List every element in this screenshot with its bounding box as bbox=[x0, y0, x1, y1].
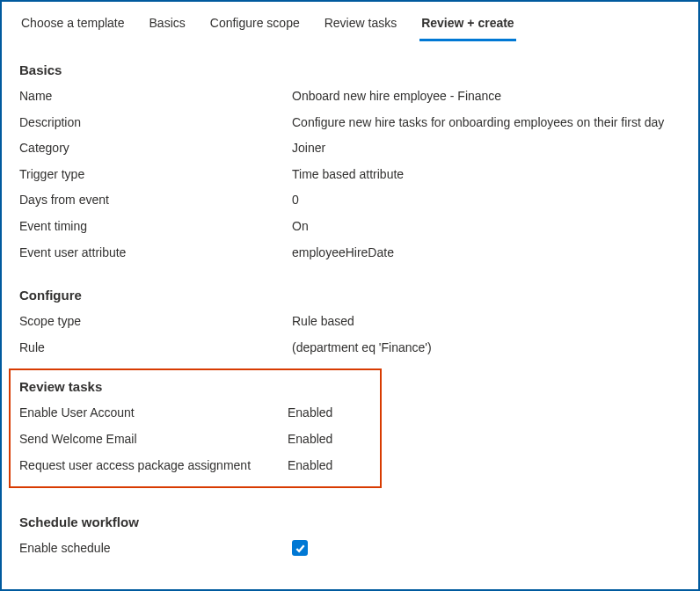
tab-choose-template[interactable]: Choose a template bbox=[19, 11, 127, 41]
value-enable-user-account: Enabled bbox=[288, 405, 332, 422]
tab-review-create[interactable]: Review + create bbox=[419, 11, 515, 41]
value-event-timing: On bbox=[292, 218, 309, 236]
row-send-welcome-email: Send Welcome Email Enabled bbox=[19, 431, 371, 449]
tab-basics[interactable]: Basics bbox=[148, 11, 187, 41]
label-rule: Rule bbox=[19, 339, 292, 357]
row-category: Category Joiner bbox=[19, 140, 681, 157]
value-trigger-type: Time based attribute bbox=[292, 166, 404, 184]
row-request-access-package: Request user access package assignment E… bbox=[19, 457, 371, 475]
checkbox-enable-schedule[interactable] bbox=[292, 540, 308, 556]
label-send-welcome-email: Send Welcome Email bbox=[19, 431, 288, 449]
value-category: Joiner bbox=[292, 140, 325, 157]
value-enable-schedule bbox=[292, 540, 308, 556]
value-scope-type: Rule based bbox=[292, 313, 354, 331]
label-event-user-attribute: Event user attribute bbox=[19, 244, 292, 262]
row-scope-type: Scope type Rule based bbox=[19, 313, 681, 331]
section-title-schedule: Schedule workflow bbox=[19, 514, 681, 529]
row-description: Description Configure new hire tasks for… bbox=[19, 114, 681, 132]
section-title-review-tasks: Review tasks bbox=[19, 379, 371, 394]
label-category: Category bbox=[19, 140, 292, 157]
label-event-timing: Event timing bbox=[19, 218, 292, 236]
value-request-access-package: Enabled bbox=[288, 457, 332, 475]
row-name: Name Onboard new hire employee - Finance bbox=[19, 88, 681, 106]
label-description: Description bbox=[19, 114, 292, 132]
label-scope-type: Scope type bbox=[19, 313, 292, 331]
content-area: Basics Name Onboard new hire employee - … bbox=[2, 41, 698, 575]
review-tasks-highlight: Review tasks Enable User Account Enabled… bbox=[9, 368, 382, 488]
row-trigger-type: Trigger type Time based attribute bbox=[19, 166, 681, 184]
label-enable-schedule: Enable schedule bbox=[19, 540, 292, 558]
check-icon bbox=[295, 543, 306, 554]
row-days-from-event: Days from event 0 bbox=[19, 192, 681, 209]
tab-review-tasks[interactable]: Review tasks bbox=[323, 11, 398, 41]
value-description: Configure new hire tasks for onboarding … bbox=[292, 114, 664, 132]
row-enable-schedule: Enable schedule bbox=[19, 540, 681, 558]
row-event-timing: Event timing On bbox=[19, 218, 681, 236]
value-rule: (department eq 'Finance') bbox=[292, 339, 432, 357]
value-event-user-attribute: employeeHireDate bbox=[292, 244, 394, 262]
value-name: Onboard new hire employee - Finance bbox=[292, 88, 501, 106]
row-rule: Rule (department eq 'Finance') bbox=[19, 339, 681, 357]
label-name: Name bbox=[19, 88, 292, 106]
label-enable-user-account: Enable User Account bbox=[19, 405, 288, 422]
tab-bar: Choose a template Basics Configure scope… bbox=[2, 2, 698, 41]
label-days-from-event: Days from event bbox=[19, 192, 292, 209]
tab-configure-scope[interactable]: Configure scope bbox=[208, 11, 302, 41]
value-send-welcome-email: Enabled bbox=[288, 431, 332, 449]
row-enable-user-account: Enable User Account Enabled bbox=[19, 405, 371, 422]
label-trigger-type: Trigger type bbox=[19, 166, 292, 184]
section-title-basics: Basics bbox=[19, 62, 681, 77]
value-days-from-event: 0 bbox=[292, 192, 299, 209]
section-title-configure: Configure bbox=[19, 288, 681, 303]
row-event-user-attribute: Event user attribute employeeHireDate bbox=[19, 244, 681, 262]
label-request-access-package: Request user access package assignment bbox=[19, 457, 288, 475]
